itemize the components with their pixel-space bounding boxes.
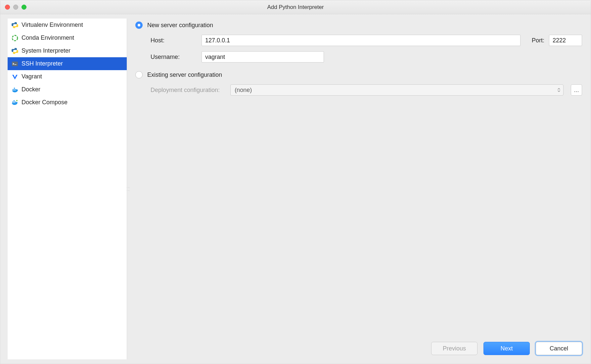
sidebar-item-label: Docker xyxy=(22,86,40,93)
sidebar-item-label: System Interpreter xyxy=(22,47,70,54)
docker-compose-icon xyxy=(12,99,18,106)
button-label: Cancel xyxy=(550,345,568,352)
sidebar-item-label: Virtualenv Environment xyxy=(22,22,83,28)
deployment-label: Deployment configuration: xyxy=(151,87,220,94)
radio-existing-config-row[interactable]: Existing server configuration xyxy=(135,71,582,78)
port-label: Port: xyxy=(532,37,544,44)
radio-existing-config[interactable] xyxy=(135,71,143,78)
chevron-updown-icon xyxy=(557,88,561,92)
splitter-handle[interactable]: ⋮⋮ xyxy=(127,19,129,359)
sidebar-item-docker-compose[interactable]: Docker Compose xyxy=(8,96,127,109)
username-row: Username: xyxy=(151,51,582,63)
host-row: Host: Port: xyxy=(151,35,582,46)
radio-new-config-label: New server configuration xyxy=(147,22,213,29)
svg-rect-3 xyxy=(14,89,15,90)
window-title: Add Python Interpreter xyxy=(0,4,591,11)
host-label: Host: xyxy=(151,37,197,44)
conda-icon xyxy=(12,35,18,41)
button-label: Previous xyxy=(443,345,466,352)
vagrant-icon xyxy=(12,73,18,80)
deployment-row: Deployment configuration: (none) ... xyxy=(151,84,582,96)
python-icon xyxy=(12,48,18,54)
svg-rect-9 xyxy=(14,100,15,101)
svg-rect-5 xyxy=(14,88,15,89)
sidebar: Virtualenv Environment Conda Environment… xyxy=(8,19,127,359)
button-label: Next xyxy=(500,345,513,352)
main-panel: New server configuration Host: Port: Use… xyxy=(129,14,591,364)
titlebar: Add Python Interpreter xyxy=(0,0,591,14)
sidebar-item-conda[interactable]: Conda Environment xyxy=(8,31,127,44)
ellipsis-icon: ... xyxy=(574,87,579,94)
svg-point-10 xyxy=(16,100,18,101)
sidebar-item-ssh[interactable]: SSH Interpreter xyxy=(8,57,127,70)
host-input[interactable] xyxy=(202,35,521,46)
svg-rect-2 xyxy=(13,89,14,90)
port-input[interactable] xyxy=(549,35,582,46)
sidebar-item-label: Vagrant xyxy=(22,73,42,80)
sidebar-item-label: Docker Compose xyxy=(22,99,68,106)
sidebar-item-label: SSH Interpreter xyxy=(22,60,63,67)
sidebar-item-virtualenv[interactable]: Virtualenv Environment xyxy=(8,19,127,31)
username-input[interactable] xyxy=(202,51,324,63)
deployment-dropdown[interactable]: (none) xyxy=(230,84,564,96)
cancel-button[interactable]: Cancel xyxy=(536,342,582,355)
username-label: Username: xyxy=(151,54,197,61)
radio-new-config[interactable] xyxy=(135,22,143,29)
sidebar-item-docker[interactable]: Docker xyxy=(8,83,127,96)
radio-existing-config-label: Existing server configuration xyxy=(147,71,222,78)
previous-button[interactable]: Previous xyxy=(431,342,477,355)
deployment-value: (none) xyxy=(235,87,252,94)
svg-point-0 xyxy=(12,35,18,41)
sidebar-item-label: Conda Environment xyxy=(22,34,74,41)
python-icon xyxy=(12,22,18,28)
docker-icon xyxy=(12,86,18,93)
svg-rect-1 xyxy=(12,62,18,66)
svg-rect-6 xyxy=(12,102,13,103)
next-button[interactable]: Next xyxy=(483,342,530,355)
browse-button[interactable]: ... xyxy=(571,84,582,96)
radio-new-config-row[interactable]: New server configuration xyxy=(135,22,582,29)
svg-rect-7 xyxy=(14,102,15,103)
sidebar-item-system[interactable]: System Interpreter xyxy=(8,44,127,57)
dialog-body: Virtualenv Environment Conda Environment… xyxy=(0,14,591,364)
sidebar-item-vagrant[interactable]: Vagrant xyxy=(8,70,127,83)
dialog-window: Add Python Interpreter Virtualenv Enviro… xyxy=(0,0,591,364)
terminal-icon xyxy=(12,61,18,67)
dialog-footer: Previous Next Cancel xyxy=(431,342,582,355)
